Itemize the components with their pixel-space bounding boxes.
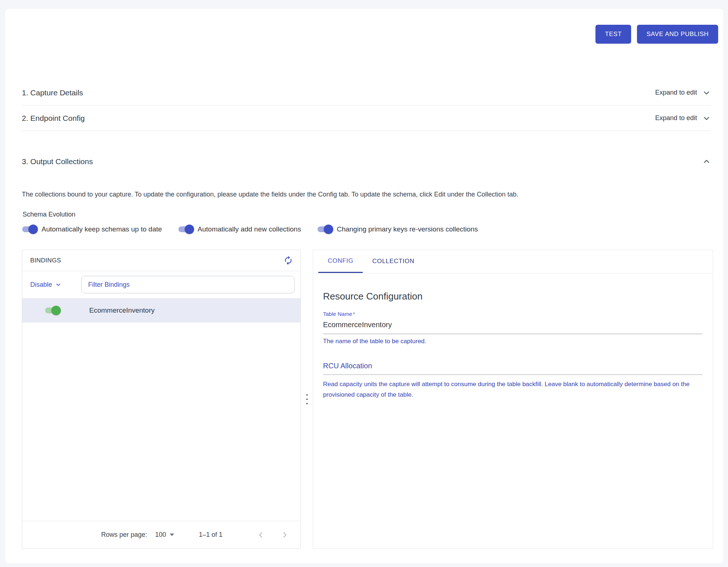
add-collections-toggle[interactable] [177, 224, 194, 234]
disable-dropdown[interactable]: Disable [30, 281, 81, 289]
binding-row-ecommerceinventory[interactable]: EcommerceInventory [22, 298, 300, 322]
section-title: 3. Output Collections [22, 157, 93, 166]
table-name-label: Table Name* [323, 311, 703, 317]
chevron-down-icon [55, 281, 62, 288]
section-title: 2. Endpoint Config [22, 114, 85, 123]
rows-per-page-value: 100 [155, 531, 166, 539]
toggle-reversion-collections: Changing primary keys re-versions collec… [316, 224, 478, 234]
tab-collection[interactable]: COLLECTION [363, 250, 424, 273]
tab-config[interactable]: CONFIG [318, 250, 363, 273]
binding-enabled-toggle[interactable] [44, 305, 61, 316]
toggle-label: Automatically keep schemas up to date [42, 225, 162, 233]
chevron-down-icon[interactable] [702, 114, 711, 123]
expand-to-edit-label: Expand to edit [655, 114, 697, 122]
save-and-publish-button[interactable]: SAVE AND PUBLISH [637, 25, 718, 44]
chevron-left-icon [256, 530, 265, 540]
output-collections-description: The collections bound to your capture. T… [22, 191, 701, 198]
next-page-button[interactable] [280, 530, 290, 540]
expand-to-edit-button[interactable]: Expand to edit [655, 88, 711, 97]
table-name-input[interactable] [323, 318, 703, 334]
previous-page-button[interactable] [256, 530, 265, 540]
expand-to-edit-label: Expand to edit [655, 89, 697, 96]
filter-bindings-input[interactable] [81, 276, 295, 293]
refresh-icon[interactable] [283, 255, 293, 265]
toolbar: TEST SAVE AND PUBLISH [595, 25, 718, 44]
toggle-label: Automatically add new collections [198, 225, 301, 233]
chevron-up-icon[interactable] [702, 157, 711, 166]
schema-evolution-label: Schema Evolution [23, 211, 75, 218]
accordion-capture-details[interactable]: 1. Capture Details Expand to edit [22, 80, 711, 106]
rows-per-page-select[interactable]: 100 [155, 531, 174, 539]
reversion-collections-toggle[interactable] [316, 224, 333, 234]
resource-config-content: Resource Configuration Table Name* The n… [313, 291, 713, 400]
chevron-down-icon[interactable] [702, 88, 711, 97]
section-output-collections-header: 3. Output Collections [22, 157, 711, 166]
disable-dropdown-label: Disable [30, 281, 52, 289]
chevron-right-icon [280, 530, 290, 540]
bindings-empty-area [22, 322, 300, 521]
caret-down-icon [170, 534, 174, 536]
toggle-add-collections: Automatically add new collections [177, 224, 301, 234]
panel-resize-handle[interactable] [301, 250, 313, 549]
toggle-label: Changing primary keys re-versions collec… [337, 225, 478, 233]
bindings-controls: Disable [22, 271, 300, 298]
resource-config-panel: CONFIG COLLECTION Resource Configuration… [313, 250, 713, 549]
capture-editor-card: TEST SAVE AND PUBLISH 1. Capture Details… [5, 9, 723, 563]
required-asterisk: * [353, 311, 355, 317]
rcu-allocation-description: Read capacity units the capture will att… [323, 379, 703, 400]
schema-evolution-toggles: Automatically keep schemas up to date Au… [21, 224, 478, 234]
rcu-allocation-label: RCU Allocation [323, 362, 703, 375]
keep-schemas-toggle[interactable] [21, 224, 38, 234]
resource-tabs: CONFIG COLLECTION [313, 250, 713, 273]
test-button[interactable]: TEST [595, 25, 631, 44]
binding-name: EcommerceInventory [89, 306, 155, 314]
accordion-list: 1. Capture Details Expand to edit 2. End… [22, 80, 711, 131]
table-name-label-text: Table Name [323, 311, 352, 317]
pagination-range: 1–1 of 1 [199, 531, 223, 539]
accordion-endpoint-config[interactable]: 2. Endpoint Config Expand to edit [22, 106, 711, 131]
bindings-panel-header: BINDINGS [22, 250, 300, 271]
rows-per-page-label: Rows per page: [101, 531, 147, 539]
resource-configuration-heading: Resource Configuration [323, 291, 703, 302]
bindings-pagination: Rows per page: 100 1–1 of 1 [22, 521, 300, 548]
expand-to-edit-button[interactable]: Expand to edit [655, 114, 711, 123]
table-name-helper: The name of the table to be captured. [323, 338, 703, 345]
toggle-keep-schemas: Automatically keep schemas up to date [21, 224, 162, 234]
bindings-title: BINDINGS [30, 257, 61, 264]
bindings-panel: BINDINGS Disable EcommerceInventory Rows… [22, 250, 301, 549]
section-title: 1. Capture Details [22, 88, 83, 97]
